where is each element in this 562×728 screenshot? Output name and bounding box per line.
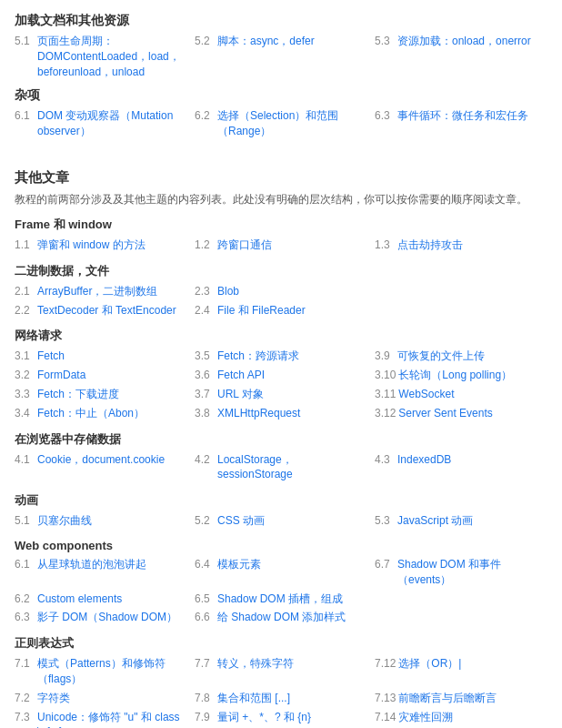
item-link[interactable]: 资源加载：onload，onerror [397,34,531,49]
list-item: 7.7 转义，特殊字符 [195,655,367,688]
item-number: 3.7 [195,387,215,402]
list-item: 6.3 影子 DOM（Shadow DOM） [15,609,187,626]
item-link[interactable]: 选择（Selection）和范围（Range） [217,108,367,139]
item-link[interactable]: Fetch API [217,368,265,383]
subsection-network: 网络请求 3.1 Fetch 3.5 Fetch：跨源请求 3.9 可恢复的文件… [15,328,547,421]
list-item: 1.2 跨窗口通信 [195,237,367,254]
list-item: 3.11 WebSocket [375,386,547,403]
item-link[interactable]: 从星球轨道的泡泡讲起 [37,557,146,572]
item-link[interactable]: WebSocket [398,387,454,402]
item-link[interactable]: 跨窗口通信 [217,238,272,253]
item-link[interactable]: Cookie，document.cookie [37,452,165,468]
item-number: 6.4 [195,557,215,572]
item-number: 1.1 [15,238,35,253]
subsection-title: 动画 [15,492,547,509]
item-link[interactable]: 前瞻断言与后瞻断言 [398,691,497,706]
item-link[interactable]: JavaScript 动画 [397,513,473,529]
other-articles-title: 其他文章 [15,169,547,187]
item-number: 3.6 [195,368,215,383]
item-number: 7.8 [195,691,215,706]
top-section-title: 加载文档和其他资源 [15,13,547,29]
item-link[interactable]: Custom elements [37,592,122,607]
item-link[interactable]: URL 对象 [217,387,264,402]
item-link[interactable]: Shadow DOM 插槽，组成 [217,592,343,607]
item-link[interactable]: Unicode：修饰符 "u" 和 class \p{...} [37,710,187,728]
item-link[interactable]: 影子 DOM（Shadow DOM） [37,610,177,625]
item-number: 6.7 [375,557,395,572]
item-link[interactable]: Blob [217,284,239,299]
item-link[interactable]: 字符类 [37,691,70,706]
item-number: 5.1 [15,34,35,49]
item-number: 7.14 [375,710,396,725]
subsection-title: Web components [15,539,547,552]
subsection-grid-r2: 7.2 字符类 7.8 集合和范围 [...] 7.13 前瞻断言与后瞻断言 [15,690,547,707]
item-number: 6.3 [15,610,35,625]
item-link[interactable]: DOM 变动观察器（Mutation observer） [37,108,187,139]
subsection-binary: 二进制数据，文件 2.1 ArrayBuffer，二进制数组 2.3 Blob … [15,263,547,319]
top-section: 加载文档和其他资源 5.1 页面生命周期：DOMContentLoaded，lo… [15,13,547,80]
item-link[interactable]: 转义，特殊字符 [217,656,294,672]
item-link[interactable]: TextDecoder 和 TextEncoder [37,303,176,318]
item-link[interactable]: 长轮询（Long polling） [398,368,512,383]
item-number: 5.3 [375,513,395,529]
item-number: 3.3 [15,387,35,402]
list-item: 6.6 给 Shadow DOM 添加样式 [195,609,367,626]
subsection-grid: 2.1 ArrayBuffer，二进制数组 2.3 Blob [15,283,547,300]
item-number: 5.1 [15,513,35,529]
subsection-grid-r1: 3.1 Fetch 3.5 Fetch：跨源请求 3.9 可恢复的文件上传 [15,348,547,365]
item-link[interactable]: XMLHttpRequest [217,406,300,421]
item-link[interactable]: Fetch：中止（Abon） [37,406,145,421]
item-number: 1.3 [375,238,395,253]
item-link[interactable]: 灾难性回溯 [398,710,453,725]
item-link[interactable]: 贝塞尔曲线 [37,513,92,529]
subsection-grid: 4.1 Cookie，document.cookie 4.2 LocalStor… [15,451,547,484]
item-link[interactable]: 集合和范围 [...] [217,691,290,706]
list-item: 5.2 CSS 动画 [195,512,367,530]
item-link[interactable]: FormData [37,368,85,383]
item-link[interactable]: Shadow DOM 和事件（events） [397,557,547,588]
item-number: 3.5 [195,349,215,364]
item-link[interactable]: Fetch：下载进度 [37,387,119,402]
list-item: 3.4 Fetch：中止（Abon） [15,405,187,422]
list-item: 2.3 Blob [195,283,367,300]
list-item: 5.3 JavaScript 动画 [375,512,547,530]
item-number: 5.3 [375,34,395,49]
item-link[interactable]: Fetch：跨源请求 [217,349,299,364]
item-link[interactable]: 点击劫持攻击 [397,238,463,253]
item-link[interactable]: Server Sent Events [398,406,492,421]
item-link[interactable]: LocalStorage，sessionStorage [217,452,367,483]
item-number: 3.11 [375,387,396,402]
item-number: 3.1 [15,349,35,364]
item-link[interactable]: IndexedDB [397,452,451,468]
item-number: 4.3 [375,452,395,468]
item-link[interactable]: CSS 动画 [217,513,265,529]
list-item: 6.2 Custom elements [15,591,187,608]
item-link[interactable]: 选择（OR）| [398,656,461,672]
za-section-title: 杂项 [15,87,547,104]
item-link[interactable]: ArrayBuffer，二进制数组 [37,284,157,299]
list-item: 1.1 弹窗和 window 的方法 [15,237,187,254]
list-item: 4.2 LocalStorage，sessionStorage [195,451,367,484]
item-link[interactable]: File 和 FileReader [217,303,306,318]
item-link[interactable]: 事件循环：微任务和宏任务 [397,108,528,124]
item-link[interactable]: 量词 +、*、? 和 {n} [217,710,311,725]
item-number: 4.2 [195,452,215,468]
item-link[interactable]: 给 Shadow DOM 添加样式 [217,610,346,625]
item-number: 6.3 [375,108,395,124]
list-item: 5.3 资源加载：onload，onerror [375,33,547,80]
subsection-grid-2: 2.2 TextDecoder 和 TextEncoder 2.4 File 和… [15,302,547,319]
item-link[interactable]: 模板元素 [217,557,261,572]
item-number: 2.3 [195,284,215,299]
list-item: 7.12 选择（OR）| [375,655,547,688]
list-item [375,591,547,608]
item-link[interactable]: 脚本：async，defer [217,34,315,49]
subsection-regex: 正则表达式 7.1 模式（Patterns）和修饰符（flags） 7.7 转义… [15,635,547,728]
item-link[interactable]: 可恢复的文件上传 [397,349,485,364]
list-item: 3.1 Fetch [15,348,187,365]
item-link[interactable]: 弹窗和 window 的方法 [37,238,146,253]
item-link[interactable]: 模式（Patterns）和修饰符（flags） [37,656,187,687]
item-number: 3.12 [375,406,396,421]
item-link[interactable]: Fetch [37,349,65,364]
other-articles-section: 其他文章 教程的前两部分涉及及其他主题的内容列表。此处没有明确的层次结构，你可以… [15,169,547,728]
item-link[interactable]: 页面生命周期：DOMContentLoaded，load，beforeunloa… [37,34,187,79]
